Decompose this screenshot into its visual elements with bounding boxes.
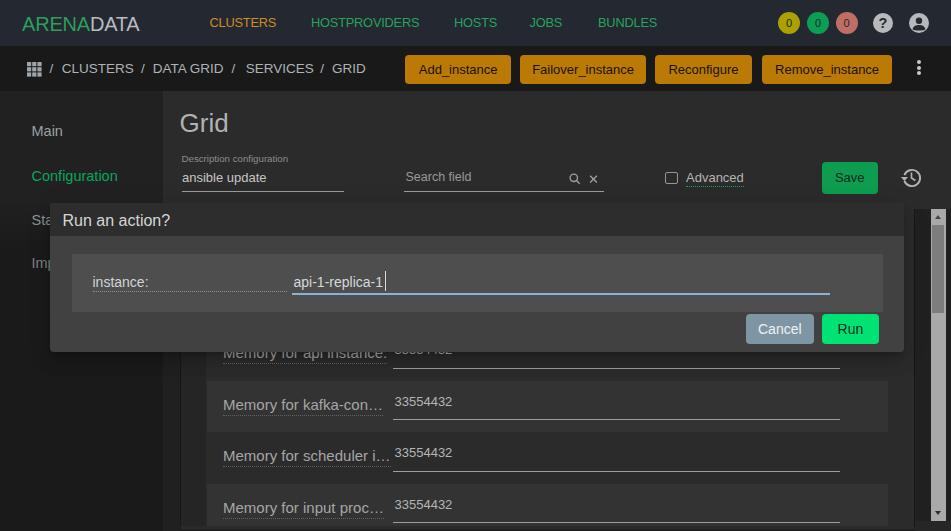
- svg-text:?: ?: [879, 15, 888, 31]
